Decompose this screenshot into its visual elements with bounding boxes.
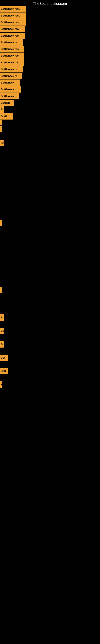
- list-item[interactable]: [0, 288, 1, 293]
- list-item[interactable]: Bottleneck re: [0, 66, 23, 72]
- list-item[interactable]: Bo: [0, 140, 4, 146]
- list-item[interactable]: Bottleneck res: [0, 52, 24, 59]
- list-item[interactable]: [0, 126, 1, 132]
- list-item[interactable]: B: [0, 106, 3, 113]
- list-item[interactable]: [0, 120, 1, 126]
- list-item[interactable]: Bottleneck res: [0, 19, 26, 26]
- list-item[interactable]: Bottleneck: [0, 80, 20, 86]
- list-item[interactable]: Bottleneck resu: [0, 6, 26, 12]
- list-item[interactable]: Bottl: [0, 113, 13, 120]
- list-item[interactable]: Bottleneck res: [0, 59, 24, 66]
- list-item[interactable]: Bottlen: [0, 100, 14, 106]
- list-item[interactable]: Bottleneck res: [0, 26, 25, 32]
- list-item[interactable]: Bottleneck: [0, 93, 19, 100]
- list-item[interactable]: Bottleneck r: [0, 86, 21, 92]
- list-item[interactable]: Bottleneck res: [0, 32, 25, 39]
- list-item[interactable]: B: [0, 381, 2, 388]
- list-item[interactable]: Bo: [0, 328, 4, 334]
- list-item[interactable]: Bott: [0, 368, 8, 374]
- list-item[interactable]: Bottleneck resu: [0, 12, 26, 19]
- list-item[interactable]: Bottleneck res: [0, 46, 24, 52]
- list-item[interactable]: [0, 220, 1, 226]
- list-item[interactable]: Bot: [0, 354, 8, 361]
- list-item[interactable]: Bo: [0, 341, 4, 348]
- list-item[interactable]: Bottleneck re: [0, 73, 22, 79]
- list-item[interactable]: Bo: [0, 314, 4, 321]
- list-item[interactable]: Bottleneck re: [0, 39, 23, 46]
